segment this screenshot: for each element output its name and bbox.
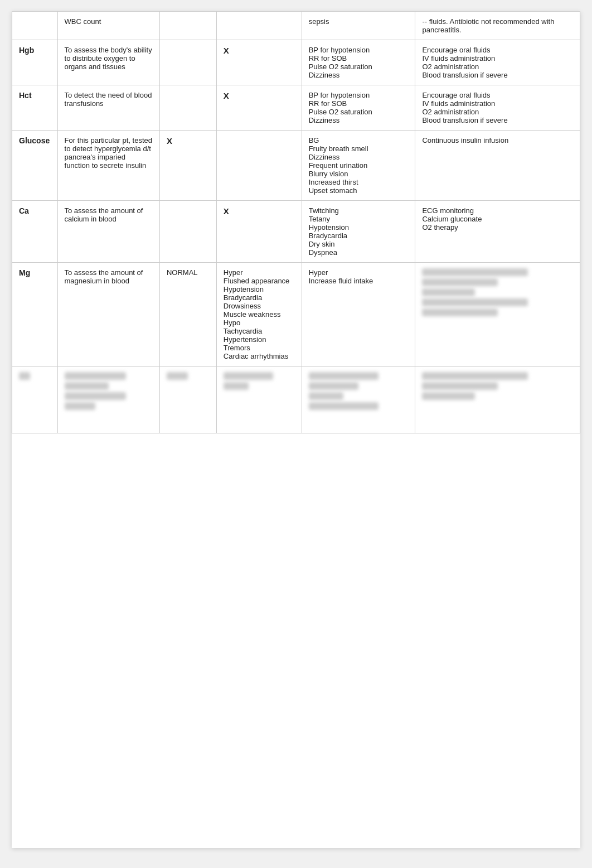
signs-text: TwitchingTetanyHypotensionBradycardiaDry…: [309, 206, 349, 257]
col2-cell: [159, 40, 216, 85]
col3-cell: X: [216, 201, 302, 263]
table-row: Hgb To assess the body's ability to dist…: [12, 40, 580, 85]
row-label: Hgb: [19, 46, 34, 55]
blur-line: [65, 402, 95, 410]
interventions-text: Continuous insulin infusion: [422, 136, 508, 144]
col2-cell: [159, 201, 216, 263]
rationale-text: For this particular pt, tested to detect…: [65, 136, 153, 170]
row-label-cell: [12, 12, 58, 40]
col3-cell: X: [216, 85, 302, 131]
signs-symptoms: sepsis: [309, 17, 329, 26]
row-label-cell: Hgb: [12, 40, 58, 85]
blur-line: [422, 278, 497, 286]
rationale-cell: To assess the amount of calcium in blood: [57, 201, 159, 263]
blurred-content: [422, 372, 573, 400]
interventions-cell: Encourage oral fluidsIV fluids administr…: [415, 40, 580, 85]
row-label: Hct: [19, 91, 32, 100]
blur-line: [19, 372, 30, 380]
signs-cell: BGFruity breath smellDizzinessFrequent u…: [302, 131, 415, 201]
col2-cell: [159, 12, 216, 40]
blurred-interventions-cell: [415, 367, 580, 433]
blur-line: [309, 402, 379, 410]
signs-cell: TwitchingTetanyHypotensionBradycardiaDry…: [302, 201, 415, 263]
interventions-cell: ECG monitoringCalcium gluconateO2 therap…: [415, 201, 580, 263]
col3-cell: X: [216, 40, 302, 85]
interventions-text: Encourage oral fluidsIV fluids administr…: [422, 46, 507, 79]
blurred-col3-cell: [216, 367, 302, 433]
test-name-cell: WBC count: [57, 12, 159, 40]
row-label-cell: Glucose: [12, 131, 58, 201]
blur-line: [422, 372, 527, 380]
rationale-text: To detect the need of blood transfusions: [65, 91, 152, 108]
row-label: Glucose: [19, 136, 50, 145]
interventions: -- fluids. Antibiotic not recommended wi…: [422, 17, 554, 34]
col5-cell: -- fluids. Antibiotic not recommended wi…: [415, 12, 580, 40]
signs-text: HyperIncrease fluid intake: [309, 268, 373, 285]
check-mark: X: [167, 136, 172, 146]
interventions-cell: Encourage oral fluidsIV fluids administr…: [415, 85, 580, 131]
rationale-text: To assess the amount of calcium in blood: [65, 206, 143, 223]
rationale-cell: To detect the need of blood transfusions: [57, 85, 159, 131]
rationale-text: To assess the amount of magnesium in blo…: [65, 268, 143, 285]
blur-line: [422, 308, 497, 316]
interventions-cell: [415, 263, 580, 367]
table-row: Glucose For this particular pt, tested t…: [12, 131, 580, 201]
check-mark: X: [224, 91, 229, 100]
blurred-col2-cell: [159, 367, 216, 433]
table-row: WBC count sepsis -- fluids. Antibiotic n…: [12, 12, 580, 40]
blur-line: [65, 392, 127, 400]
col2-cell: X: [159, 131, 216, 201]
rationale-text: To assess the body's ability to distribu…: [65, 46, 152, 71]
rationale-cell: To assess the amount of magnesium in blo…: [57, 263, 159, 367]
row-label: Mg: [19, 268, 30, 277]
blurred-label-cell: [12, 367, 58, 433]
signs-cell: BP for hypotensionRR for SOBPulse O2 sat…: [302, 40, 415, 85]
signs-text: BP for hypotensionRR for SOBPulse O2 sat…: [309, 46, 372, 79]
blur-line: [65, 382, 109, 390]
table-row: Hct To detect the need of blood transfus…: [12, 85, 580, 131]
interventions-text: ECG monitoringCalcium gluconateO2 therap…: [422, 206, 482, 232]
signs-cell: BP for hypotensionRR for SOBPulse O2 sat…: [302, 85, 415, 131]
blur-line: [65, 372, 127, 380]
table-row: [12, 367, 580, 433]
table-row: Ca To assess the amount of calcium in bl…: [12, 201, 580, 263]
blur-line: [422, 268, 527, 276]
blurred-content: [224, 372, 295, 390]
check-mark: X: [224, 206, 229, 216]
col3-cell: HyperFlushed appearanceHypotensionBradyc…: [216, 263, 302, 367]
col3-cell: [216, 131, 302, 201]
rationale-cell: For this particular pt, tested to detect…: [57, 131, 159, 201]
blur-line: [422, 298, 527, 306]
table-row: Mg To assess the amount of magnesium in …: [12, 263, 580, 367]
blurred-content: [167, 372, 210, 380]
row-label-cell: Mg: [12, 263, 58, 367]
test-name: WBC count: [65, 17, 101, 26]
blurred-content: [65, 372, 153, 410]
col2-cell: [159, 85, 216, 131]
col3-cell: [216, 12, 302, 40]
blur-line: [309, 372, 379, 380]
blurred-signs-cell: [302, 367, 415, 433]
signs-text: BP for hypotensionRR for SOBPulse O2 sat…: [309, 91, 372, 124]
signs-text: BGFruity breath smellDizzinessFrequent u…: [309, 136, 368, 195]
blur-line: [309, 392, 344, 400]
blur-line: [309, 382, 358, 390]
rationale-cell: To assess the body's ability to distribu…: [57, 40, 159, 85]
row-label-cell: Ca: [12, 201, 58, 263]
blurred-content: [19, 372, 51, 380]
blurred-content: [422, 268, 573, 316]
blur-line: [422, 288, 475, 296]
blur-line: [224, 372, 273, 380]
normal-label: NORMAL: [167, 268, 198, 277]
lab-values-table: WBC count sepsis -- fluids. Antibiotic n…: [12, 11, 580, 433]
interventions-cell: Continuous insulin infusion: [415, 131, 580, 201]
signs-cell: HyperIncrease fluid intake: [302, 263, 415, 367]
blurred-rationale-cell: [57, 367, 159, 433]
row-label-cell: Hct: [12, 85, 58, 131]
row-label: Ca: [19, 206, 29, 215]
blur-line: [167, 372, 188, 380]
col4-cell: sepsis: [302, 12, 415, 40]
blur-line: [422, 392, 475, 400]
main-page: WBC count sepsis -- fluids. Antibiotic n…: [12, 11, 580, 848]
col2-cell: NORMAL: [159, 263, 216, 367]
